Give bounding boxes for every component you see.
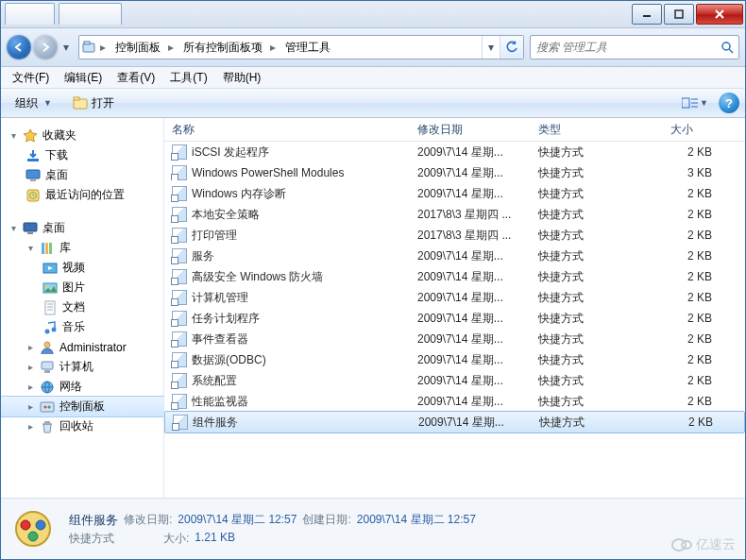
user-icon xyxy=(40,340,55,355)
column-size[interactable]: 大小 xyxy=(663,122,721,138)
explorer-window: ▾ ▸ 控制面板 ▸ 所有控制面板项 ▸ 管理工具 ▾ 文件(F) 编辑(E) … xyxy=(0,0,746,560)
view-mode-button[interactable]: ▼ xyxy=(681,92,709,114)
tree-favorites-header[interactable]: ▾收藏夹 xyxy=(1,126,163,145)
file-size: 2 KB xyxy=(663,374,721,387)
details-size-value: 1.21 KB xyxy=(195,531,235,547)
shortcut-icon xyxy=(173,415,188,430)
close-button[interactable] xyxy=(696,4,743,25)
minimize-button[interactable] xyxy=(632,4,662,25)
help-button[interactable]: ? xyxy=(719,93,739,113)
search-input[interactable] xyxy=(531,41,716,54)
file-date: 2017\8\3 星期四 ... xyxy=(410,228,531,244)
file-type: 快捷方式 xyxy=(531,269,663,285)
file-row[interactable]: Windows 内存诊断2009\7\14 星期...快捷方式2 KB xyxy=(164,183,745,204)
refresh-button[interactable] xyxy=(500,36,523,59)
tree-desktop-header[interactable]: ▾桌面 xyxy=(1,218,163,238)
file-row[interactable]: 打印管理2017\8\3 星期四 ...快捷方式2 KB xyxy=(164,225,745,246)
nav-history-dropdown[interactable]: ▾ xyxy=(59,39,73,56)
maximize-button[interactable] xyxy=(664,4,694,25)
file-type: 快捷方式 xyxy=(531,248,663,264)
svg-rect-5 xyxy=(84,42,90,44)
file-row[interactable]: 性能监视器2009\7\14 星期...快捷方式2 KB xyxy=(164,391,745,412)
nav-forward-button[interactable] xyxy=(33,35,58,59)
tree-item[interactable]: ▸计算机 xyxy=(1,357,163,377)
tree-item[interactable]: 最近访问的位置 xyxy=(1,185,163,205)
shortcut-icon xyxy=(172,207,187,222)
tree-label: 回收站 xyxy=(59,418,93,434)
chevron-right-icon[interactable]: ▸ xyxy=(98,41,108,54)
menu-view[interactable]: 查看(V) xyxy=(110,67,162,88)
file-row[interactable]: 计算机管理2009\7\14 星期...快捷方式2 KB xyxy=(164,287,745,308)
file-row[interactable]: 系统配置2009\7\14 星期...快捷方式2 KB xyxy=(164,370,745,391)
organize-button[interactable]: 组织▼ xyxy=(7,93,60,114)
watermark: 亿速云 xyxy=(671,536,736,553)
file-row[interactable]: 事件查看器2009\7\14 星期...快捷方式2 KB xyxy=(164,329,745,349)
file-name: 计算机管理 xyxy=(192,290,248,306)
tree-item[interactable]: ▸Administrator xyxy=(1,337,163,357)
address-bar[interactable]: ▸ 控制面板 ▸ 所有控制面板项 ▸ 管理工具 ▾ xyxy=(78,35,524,59)
tree-label: 库 xyxy=(59,240,71,256)
column-date[interactable]: 修改日期 xyxy=(410,122,531,138)
file-date: 2009\7\14 星期... xyxy=(410,290,531,306)
file-name: Windows PowerShell Modules xyxy=(192,166,344,179)
tree-item[interactable]: 图片 xyxy=(1,278,163,297)
chevron-right-icon[interactable]: ▸ xyxy=(166,41,176,54)
file-row[interactable]: 服务2009\7\14 星期...快捷方式2 KB xyxy=(164,246,745,266)
open-button[interactable]: 打开 xyxy=(64,93,123,114)
tree-item[interactable]: ▸回收站 xyxy=(1,416,163,436)
menu-edit[interactable]: 编辑(E) xyxy=(57,67,110,88)
file-name: 性能监视器 xyxy=(192,394,248,410)
file-type: 快捷方式 xyxy=(531,311,663,327)
svg-rect-14 xyxy=(27,159,39,161)
file-row[interactable]: 本地安全策略2017\8\3 星期四 ...快捷方式2 KB xyxy=(164,204,745,225)
breadcrumb-segment[interactable]: 所有控制面板项 xyxy=(176,36,268,59)
file-row[interactable]: 任务计划程序2009\7\14 星期...快捷方式2 KB xyxy=(164,308,745,329)
tree-label: 计算机 xyxy=(59,359,93,375)
breadcrumb-segment[interactable]: 管理工具 xyxy=(278,36,336,59)
file-name: 服务 xyxy=(192,248,214,264)
file-name: 任务计划程序 xyxy=(192,311,260,327)
address-dropdown[interactable]: ▾ xyxy=(482,36,500,59)
column-name[interactable]: 名称 xyxy=(164,122,410,138)
open-icon xyxy=(73,95,88,110)
column-type[interactable]: 类型 xyxy=(531,122,663,138)
tree-item[interactable]: 音乐 xyxy=(1,317,163,337)
file-size: 2 KB xyxy=(663,353,721,366)
tree-label: 最近访问的位置 xyxy=(45,187,125,203)
tree-item[interactable]: ▸控制面板 xyxy=(1,396,163,417)
file-date: 2009\7\14 星期... xyxy=(410,144,531,161)
svg-rect-9 xyxy=(74,97,79,100)
file-date: 2009\7\14 星期... xyxy=(410,352,531,368)
details-date-label: 修改日期: xyxy=(124,512,172,529)
pictures-icon xyxy=(42,280,58,296)
menu-file[interactable]: 文件(F) xyxy=(5,67,57,88)
file-type: 快捷方式 xyxy=(532,415,664,431)
search-box[interactable] xyxy=(530,35,739,59)
nav-back-button[interactable] xyxy=(7,35,31,59)
file-name: 打印管理 xyxy=(192,228,237,244)
tree-item[interactable]: 视频 xyxy=(1,258,163,278)
file-row[interactable]: 组件服务2009\7\14 星期...快捷方式2 KB xyxy=(164,411,745,433)
file-size: 2 KB xyxy=(663,187,721,200)
file-name: iSCSI 发起程序 xyxy=(192,144,269,161)
tree-label: 网络 xyxy=(59,379,82,395)
tree-item[interactable]: ▾库 xyxy=(1,238,163,258)
chevron-right-icon[interactable]: ▸ xyxy=(268,41,278,54)
file-size: 2 KB xyxy=(663,249,721,263)
file-row[interactable]: 数据源(ODBC)2009\7\14 星期...快捷方式2 KB xyxy=(164,349,745,370)
tree-item[interactable]: 文档 xyxy=(1,297,163,317)
file-date: 2009\7\14 星期... xyxy=(411,415,532,431)
menu-tools[interactable]: 工具(T) xyxy=(162,67,214,88)
tree-item[interactable]: ▸网络 xyxy=(1,377,163,397)
menu-help[interactable]: 帮助(H) xyxy=(215,67,269,88)
tree-item[interactable]: 下载 xyxy=(1,145,163,165)
search-icon[interactable] xyxy=(716,41,738,54)
breadcrumb-segment[interactable]: 控制面板 xyxy=(108,36,166,59)
file-row[interactable]: Windows PowerShell Modules2009\7\14 星期..… xyxy=(164,162,745,183)
file-type: 快捷方式 xyxy=(531,207,663,223)
file-type: 快捷方式 xyxy=(531,290,663,306)
file-row[interactable]: iSCSI 发起程序2009\7\14 星期...快捷方式2 KB xyxy=(164,142,745,162)
file-row[interactable]: 高级安全 Windows 防火墙2009\7\14 星期...快捷方式2 KB xyxy=(164,266,745,287)
tree-item[interactable]: 桌面 xyxy=(1,165,163,185)
file-name: 本地安全策略 xyxy=(192,207,260,223)
